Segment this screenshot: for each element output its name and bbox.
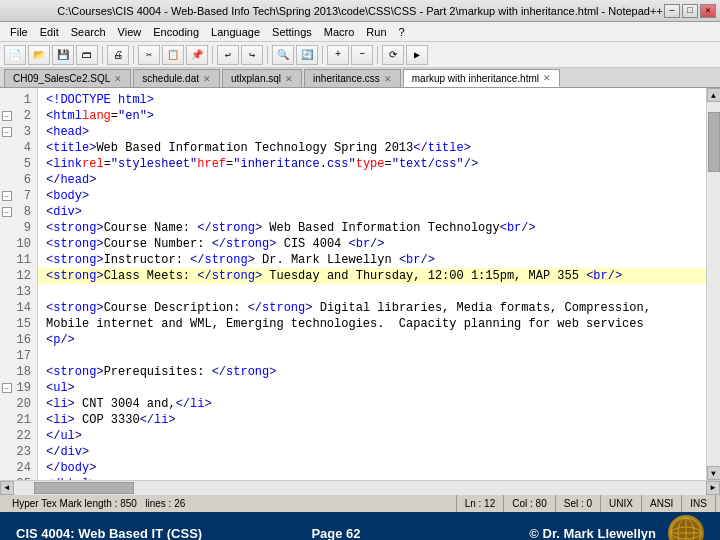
horizontal-scrollbar[interactable]: ◄ ► [0,480,720,494]
status-hyper: Hyper Tex Mark length : 850 lines : 26 [4,495,457,512]
code-line-23: </div> [38,444,706,460]
cut-button[interactable]: ✂ [138,45,160,65]
menu-search[interactable]: Search [65,26,112,38]
menu-view[interactable]: View [112,26,148,38]
status-ln: Ln : 12 [457,495,505,512]
menu-encoding[interactable]: Encoding [147,26,205,38]
status-unix: UNIX [601,495,642,512]
scroll-up-button[interactable]: ▲ [707,88,721,102]
editor-content[interactable]: <!DOCTYPE html><html lang="en"> <head> <… [38,88,706,480]
print-button[interactable]: 🖨 [107,45,129,65]
line-number-12: 12 [0,268,37,284]
menu-run[interactable]: Run [360,26,392,38]
line-number-7: −7 [0,188,37,204]
footer: CIS 4004: Web Based IT (CSS) Page 62 © D… [0,512,720,540]
save-all-button[interactable]: 🗃 [76,45,98,65]
menu-file[interactable]: File [4,26,34,38]
fold-icon-7[interactable]: − [2,191,12,201]
footer-copyright: © Dr. Mark Llewellyn [443,526,656,541]
scroll-thumb[interactable] [708,112,720,172]
maximize-button[interactable]: □ [682,4,698,18]
footer-course: CIS 4004: Web Based IT (CSS) [16,526,229,541]
line-number-21: 21 [0,412,37,428]
zoom-in-button[interactable]: + [327,45,349,65]
toolbar-sep-1 [102,46,103,64]
line-number-13: 13 [0,284,37,300]
tab-ch09[interactable]: CH09_SalesCe2.SQL ✕ [4,69,131,87]
line-number-11: 11 [0,252,37,268]
paste-button[interactable]: 📌 [186,45,208,65]
menu-settings[interactable]: Settings [266,26,318,38]
tab-utlxplan[interactable]: utlxplan.sql ✕ [222,69,302,87]
menu-edit[interactable]: Edit [34,26,65,38]
fold-icon-8[interactable]: − [2,207,12,217]
toolbar-sep-5 [322,46,323,64]
title-bar-text: C:\Courses\CIS 4004 - Web-Based Info Tec… [57,5,663,17]
status-col: Col : 80 [504,495,555,512]
tab-markup-html[interactable]: markup with inheritance.html ✕ [403,69,560,87]
status-ansi: ANSI [642,495,682,512]
zoom-out-button[interactable]: − [351,45,373,65]
fold-icon-3[interactable]: − [2,127,12,137]
tab-close-schedule[interactable]: ✕ [203,74,211,84]
copy-button[interactable]: 📋 [162,45,184,65]
menu-help[interactable]: ? [393,26,411,38]
tab-close-inheritance-css[interactable]: ✕ [384,74,392,84]
title-bar-buttons: ─ □ ✕ [664,4,716,18]
vertical-scrollbar[interactable]: ▲ ▼ [706,88,720,480]
tab-close-ch09[interactable]: ✕ [114,74,122,84]
line-number-2: −2 [0,108,37,124]
menu-language[interactable]: Language [205,26,266,38]
save-button[interactable]: 💾 [52,45,74,65]
toolbar-sep-2 [133,46,134,64]
tab-bar: CH09_SalesCe2.SQL ✕ schedule.dat ✕ utlxp… [0,68,720,88]
scroll-down-button[interactable]: ▼ [707,466,721,480]
line-numbers: 1−2−3456−7−89101112131415161718−19202122… [0,88,38,480]
code-line-15: Mobile internet and WML, Emerging techno… [38,316,706,332]
toolbar-sep-6 [377,46,378,64]
status-bar: Hyper Tex Mark length : 850 lines : 26 L… [0,494,720,512]
line-number-1: 1 [0,92,37,108]
tab-inheritance-css[interactable]: inheritance.css ✕ [304,69,401,87]
h-scroll-thumb[interactable] [34,482,134,494]
toolbar: 📄 📂 💾 🗃 🖨 ✂ 📋 📌 ↩ ↪ 🔍 🔄 + − ⟳ ▶ [0,42,720,68]
undo-button[interactable]: ↩ [217,45,239,65]
line-number-23: 23 [0,444,37,460]
tab-schedule[interactable]: schedule.dat ✕ [133,69,220,87]
code-line-12: <strong>Class Meets: </strong> Tuesday a… [38,268,706,284]
sync-button[interactable]: ⟳ [382,45,404,65]
line-number-3: −3 [0,124,37,140]
menu-macro[interactable]: Macro [318,26,361,38]
code-line-4: <title>Web Based Information Technology … [38,140,706,156]
line-number-17: 17 [0,348,37,364]
minimize-button[interactable]: ─ [664,4,680,18]
scroll-right-button[interactable]: ► [706,481,720,495]
line-number-18: 18 [0,364,37,380]
scroll-left-button[interactable]: ◄ [0,481,14,495]
find-replace-button[interactable]: 🔄 [296,45,318,65]
code-line-22: </ul> [38,428,706,444]
line-number-9: 9 [0,220,37,236]
scroll-track[interactable] [707,102,721,466]
find-button[interactable]: 🔍 [272,45,294,65]
code-line-25: </html> [38,476,706,480]
redo-button[interactable]: ↪ [241,45,263,65]
h-scroll-track[interactable] [14,481,706,495]
run-button[interactable]: ▶ [406,45,428,65]
code-line-19: <ul> [38,380,706,396]
open-button[interactable]: 📂 [28,45,50,65]
title-bar: C:\Courses\CIS 4004 - Web-Based Info Tec… [0,0,720,22]
code-line-7: <body> [38,188,706,204]
code-line-10: <strong>Course Number: </strong> CIS 400… [38,236,706,252]
tab-close-markup-html[interactable]: ✕ [543,73,551,83]
code-line-8: <div> [38,204,706,220]
fold-icon-19[interactable]: − [2,383,12,393]
fold-icon-2[interactable]: − [2,111,12,121]
new-button[interactable]: 📄 [4,45,26,65]
tab-close-utlxplan[interactable]: ✕ [285,74,293,84]
code-line-3: <head> [38,124,706,140]
toolbar-sep-4 [267,46,268,64]
code-line-18: <strong>Prerequisites: </strong> [38,364,706,380]
close-button[interactable]: ✕ [700,4,716,18]
code-line-9: <strong>Course Name: </strong> Web Based… [38,220,706,236]
